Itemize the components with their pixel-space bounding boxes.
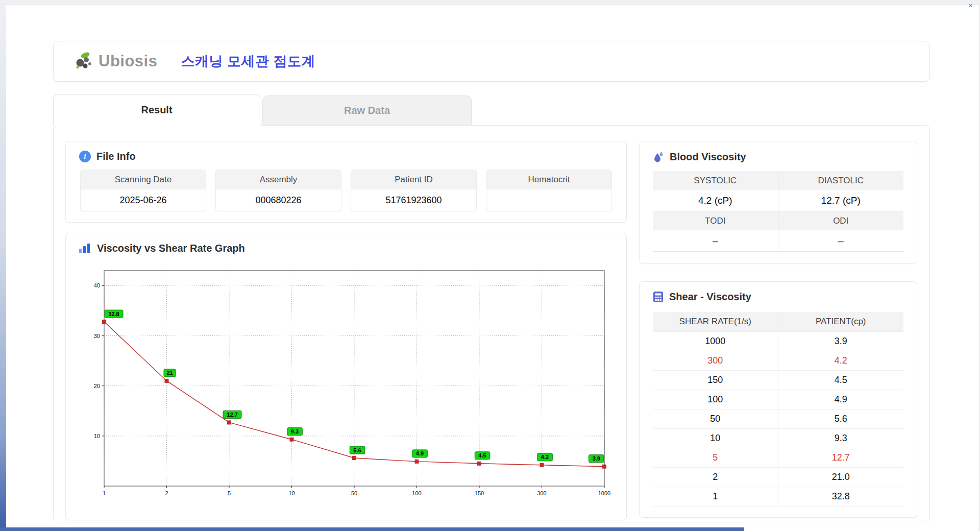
shear-rate-cell: 150 <box>653 371 778 390</box>
shear-rate-column-header: SHEAR RATE(1/s) <box>653 312 778 332</box>
file-info-field-label: Hematocrit <box>486 170 611 189</box>
patient-viscosity-cell: 4.5 <box>778 371 904 390</box>
patient-viscosity-cell: 5.6 <box>778 409 904 429</box>
shear-rate-cell: 50 <box>653 409 778 429</box>
info-icon: i <box>79 151 91 162</box>
ubiosis-logo-icon <box>73 51 96 72</box>
close-icon[interactable]: × <box>968 2 973 9</box>
file-info-field-value <box>486 189 611 211</box>
svg-text:20: 20 <box>94 383 100 389</box>
file-info-field-value: 2025-06-26 <box>81 189 206 211</box>
background-window-bottom-edge <box>0 527 744 531</box>
file-info-title: File Info <box>96 151 136 162</box>
svg-text:40: 40 <box>94 282 100 288</box>
svg-text:3.9: 3.9 <box>593 455 600 462</box>
table-row: 1504.5 <box>653 371 903 390</box>
file-info-field-label: Patient ID <box>351 170 476 189</box>
water-drop-icon <box>653 151 664 163</box>
file-info-header: i File Info <box>66 141 626 168</box>
file-info-field: Hematocrit <box>486 170 612 211</box>
patient-viscosity-cell: 4.9 <box>778 390 904 409</box>
shear-viscosity-table: SHEAR RATE(1/s) PATIENT(cp) 10003.93004.… <box>653 312 903 506</box>
table-row: 10003.9 <box>653 332 903 351</box>
patient-viscosity-cell: 3.9 <box>778 332 904 351</box>
patient-viscosity-cell: 32.8 <box>778 487 904 506</box>
svg-text:4.9: 4.9 <box>416 450 424 456</box>
table-row: 132.8 <box>653 487 903 506</box>
file-info-field-label: Scanning Date <box>81 170 206 189</box>
patient-column-header: PATIENT(cp) <box>778 312 904 332</box>
graph-title: Viscosity vs Shear Rate Graph <box>97 243 245 254</box>
bv-header-todi: TODI <box>653 211 778 230</box>
svg-text:50: 50 <box>351 490 357 496</box>
shear-rate-cell: 1 <box>653 487 778 506</box>
tab-result[interactable]: Result <box>53 94 260 126</box>
table-row: 1004.9 <box>653 390 903 409</box>
file-info-field: Patient ID51761923600 <box>351 170 477 211</box>
calculator-icon <box>653 291 664 303</box>
bv-header-systolic: SYSTOLIC <box>653 171 778 190</box>
svg-text:150: 150 <box>475 490 484 496</box>
table-row: 3004.2 <box>653 351 903 371</box>
bv-value-systolic: 4.2 (cP) <box>653 190 778 211</box>
app-title: 스캐닝 모세관 점도계 <box>181 52 315 70</box>
patient-viscosity-cell: 21.0 <box>778 468 904 487</box>
svg-text:5.6: 5.6 <box>353 447 361 453</box>
svg-text:21: 21 <box>166 370 173 376</box>
blood-viscosity-card: Blood Viscosity SYSTOLIC DIASTOLIC 4.2 (… <box>639 141 917 264</box>
bv-value-diastolic: 12.7 (cP) <box>778 190 904 211</box>
ubiosis-logo: Ubiosis <box>73 51 157 72</box>
bv-value-todi: – <box>653 230 778 252</box>
shear-table-body: 10003.93004.21504.51004.9505.6109.3512.7… <box>653 332 903 506</box>
patient-viscosity-cell: 9.3 <box>778 429 904 448</box>
tab-raw-data[interactable]: Raw Data <box>262 95 472 125</box>
file-info-field-label: Assembly <box>216 170 341 189</box>
svg-text:12.7: 12.7 <box>227 412 237 418</box>
svg-text:300: 300 <box>537 490 546 496</box>
svg-text:100: 100 <box>412 490 421 496</box>
blood-viscosity-header: Blood Viscosity <box>640 141 917 169</box>
window-top-edge <box>0 0 980 5</box>
shear-rate-cell: 1000 <box>653 332 778 351</box>
bar-chart-icon <box>79 244 91 253</box>
blood-viscosity-grid: SYSTOLIC DIASTOLIC 4.2 (cP) 12.7 (cP) TO… <box>653 171 903 252</box>
shear-viscosity-card: Shear - Viscosity SHEAR RATE(1/s) PATIEN… <box>639 281 917 518</box>
svg-text:4.2: 4.2 <box>541 454 549 460</box>
file-info-field-value: 51761923600 <box>351 189 476 211</box>
shear-rate-cell: 2 <box>653 468 778 487</box>
patient-viscosity-cell: 12.7 <box>778 448 904 468</box>
table-row: 221.0 <box>653 468 903 487</box>
file-info-fields: Scanning Date2025-06-26Assembly000680226… <box>66 168 626 211</box>
table-row: 109.3 <box>653 429 903 448</box>
svg-text:4.5: 4.5 <box>478 452 486 458</box>
file-info-card: i File Info Scanning Date2025-06-26Assem… <box>65 141 627 223</box>
bv-value-odi: – <box>778 230 904 252</box>
svg-text:30: 30 <box>94 333 100 339</box>
shear-rate-cell: 10 <box>653 429 778 448</box>
ubiosis-logo-text: Ubiosis <box>99 52 157 70</box>
table-row: 505.6 <box>653 409 903 429</box>
shear-viscosity-header: Shear - Viscosity <box>640 282 917 309</box>
file-info-field: Assembly000680226 <box>215 170 341 211</box>
graph-card: Viscosity vs Shear Rate Graph 1020304012… <box>65 233 627 520</box>
file-info-field-value: 000680226 <box>216 189 341 211</box>
bv-header-odi: ODI <box>778 211 904 230</box>
file-info-field: Scanning Date2025-06-26 <box>80 170 206 211</box>
header-card: Ubiosis 스캐닝 모세관 점도계 <box>53 41 930 82</box>
svg-text:10: 10 <box>288 490 295 496</box>
svg-text:10: 10 <box>94 433 100 439</box>
bv-header-diastolic: DIASTOLIC <box>778 171 904 190</box>
svg-text:1: 1 <box>103 490 106 496</box>
blood-viscosity-title: Blood Viscosity <box>670 151 746 163</box>
shear-rate-cell: 300 <box>653 351 778 371</box>
shear-rate-cell: 5 <box>653 448 778 468</box>
table-row: 512.7 <box>653 448 903 468</box>
svg-text:9.3: 9.3 <box>291 428 299 435</box>
svg-text:5: 5 <box>228 490 231 496</box>
graph-header: Viscosity vs Shear Rate Graph <box>66 233 626 260</box>
shear-viscosity-title: Shear - Viscosity <box>669 291 751 303</box>
patient-viscosity-cell: 4.2 <box>778 351 904 371</box>
svg-text:1000: 1000 <box>598 490 610 496</box>
viscosity-shear-chart: 102030401251050100150300100032.82112.79.… <box>81 263 611 503</box>
table-header-row: SHEAR RATE(1/s) PATIENT(cp) <box>653 312 903 332</box>
